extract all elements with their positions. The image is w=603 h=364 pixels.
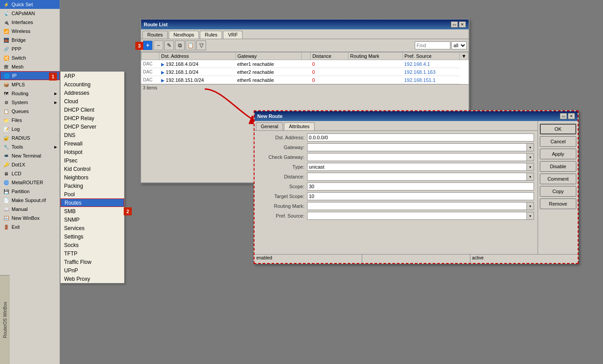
- sidebar-item-wireless[interactable]: 📶 Wireless: [0, 27, 60, 36]
- ip-submenu-pool[interactable]: Pool: [61, 190, 124, 198]
- ip-submenu-upnp[interactable]: UPnP: [61, 266, 124, 275]
- route-list-close-btn[interactable]: ✕: [459, 21, 466, 28]
- table-row[interactable]: DAC ▶ 192.168.4.0/24 ether1 reachable 0 …: [142, 60, 469, 68]
- ip-submenu-snmp[interactable]: SNMP: [61, 215, 124, 224]
- col-flag[interactable]: [301, 53, 310, 60]
- col-pref[interactable]: Pref. Source: [402, 53, 459, 60]
- search-filter-dropdown[interactable]: all: [451, 41, 467, 49]
- sidebar-item-bridge[interactable]: 🌉 Bridge: [0, 36, 60, 44]
- ip-submenu-dhcprelay[interactable]: DHCP Relay: [61, 114, 124, 122]
- routing-mark-dropdown-btn[interactable]: ▼: [526, 202, 534, 210]
- sidebar-item-queues[interactable]: 📋 Queues: [0, 107, 60, 116]
- sidebar-item-system[interactable]: ⚙ System ▶: [0, 98, 60, 107]
- ip-submenu-accounting[interactable]: Accounting: [61, 80, 124, 89]
- paste-route-btn[interactable]: 📋: [186, 40, 195, 50]
- sidebar-item-interfaces[interactable]: 🔌 Interfaces: [0, 18, 60, 27]
- input-dst-address[interactable]: [307, 133, 534, 142]
- input-distance[interactable]: [308, 173, 526, 180]
- col-gateway[interactable]: Gateway: [235, 53, 301, 60]
- table-row[interactable]: DAC ▶ 192.168.1.0/24 ether2 reachable 0 …: [142, 68, 469, 76]
- input-check-gateway[interactable]: [308, 154, 526, 161]
- sidebar-item-metarouter[interactable]: 🌀 MetaROUTER: [0, 178, 60, 187]
- edit-route-btn[interactable]: ✎: [164, 40, 174, 50]
- input-pref-source[interactable]: [308, 212, 526, 219]
- sidebar-item-partition[interactable]: 💾 Partition: [0, 187, 60, 196]
- tab-nexthops[interactable]: Nexthops: [169, 31, 199, 39]
- disable-button[interactable]: Disable: [540, 161, 576, 172]
- tab-attributes[interactable]: Attributes: [284, 122, 314, 130]
- sidebar-item-mesh[interactable]: 🕸 Mesh: [0, 62, 60, 71]
- cancel-button[interactable]: Cancel: [540, 136, 576, 147]
- col-distance[interactable]: Distance: [310, 53, 348, 60]
- remove-button[interactable]: Remove: [540, 198, 576, 209]
- pref-source-dropdown-btn[interactable]: ▼: [526, 212, 534, 219]
- route-list-restore-btn[interactable]: ▭: [451, 21, 458, 28]
- ip-submenu-webproxy[interactable]: Web Proxy: [61, 275, 124, 283]
- ip-submenu-addresses[interactable]: Addresses: [61, 89, 124, 97]
- remove-route-btn[interactable]: −: [154, 40, 163, 50]
- ip-submenu-dhcpserver[interactable]: DHCP Server: [61, 122, 124, 131]
- check-gateway-dropdown-btn[interactable]: ▼: [526, 154, 534, 161]
- sidebar-item-exit[interactable]: 🚪 Exit: [0, 222, 60, 231]
- input-target-scope[interactable]: [307, 192, 534, 200]
- distance-dropdown-btn[interactable]: ▼: [526, 173, 534, 180]
- ip-submenu-dhcpclient[interactable]: DHCP Client: [61, 105, 124, 114]
- input-type[interactable]: [308, 163, 526, 170]
- gateway-dropdown-btn[interactable]: ▼: [526, 144, 534, 151]
- tab-routes[interactable]: Routes: [142, 31, 168, 39]
- ip-submenu-settings[interactable]: Settings: [61, 232, 124, 241]
- search-input[interactable]: [415, 41, 450, 49]
- sidebar-item-radius[interactable]: 🔐 RADIUS: [0, 133, 60, 142]
- ip-submenu-socks[interactable]: Socks: [61, 241, 124, 249]
- copy-button[interactable]: Copy: [540, 186, 576, 197]
- sidebar-item-routing[interactable]: 🗺 Routing ▶: [0, 89, 60, 98]
- col-dst[interactable]: Dst. Address: [159, 53, 236, 60]
- sidebar-item-dot1x[interactable]: 🔑 Dot1X: [0, 160, 60, 169]
- sidebar-item-switch[interactable]: 🔀 Switch: [0, 53, 60, 62]
- add-route-btn[interactable]: +: [143, 40, 153, 50]
- sidebar-item-log[interactable]: 📝 Log: [0, 125, 60, 133]
- table-row[interactable]: DAC ▶ 192.168.151.0/24 ether6 reachable …: [142, 76, 469, 84]
- sidebar-item-tools[interactable]: 🔧 Tools ▶: [0, 142, 60, 151]
- input-routing-mark[interactable]: [308, 202, 526, 210]
- tab-vrf[interactable]: VRF: [223, 31, 243, 39]
- input-gateway[interactable]: [308, 144, 526, 151]
- ip-submenu-ipsec[interactable]: IPsec: [61, 156, 124, 165]
- col-filter[interactable]: ▼: [460, 53, 469, 60]
- new-route-restore-btn[interactable]: ▭: [560, 113, 567, 119]
- sidebar-item-manual[interactable]: 📖 Manual: [0, 205, 60, 214]
- ip-submenu-services[interactable]: Services: [61, 224, 124, 232]
- input-scope[interactable]: [307, 182, 534, 190]
- tab-general[interactable]: General: [256, 122, 283, 130]
- type-dropdown-btn[interactable]: ▼: [526, 163, 534, 170]
- ip-submenu-trafficflow[interactable]: Traffic Flow: [61, 258, 124, 266]
- sidebar-item-capsman[interactable]: 📡 CAPsMAN: [0, 9, 60, 18]
- ip-submenu-smb[interactable]: SMB: [61, 207, 124, 215]
- ip-submenu-neighbors[interactable]: Neighbors: [61, 173, 124, 182]
- ip-submenu-routes[interactable]: Routes: [61, 198, 124, 207]
- col-mark[interactable]: Routing Mark: [348, 53, 402, 60]
- ip-submenu-kidcontrol[interactable]: Kid Control: [61, 165, 124, 173]
- sidebar-item-terminal[interactable]: 💻 New Terminal: [0, 151, 60, 160]
- sidebar-item-quickset[interactable]: ⚡ Quick Set: [0, 0, 60, 9]
- ip-submenu-hotspot[interactable]: Hotspot: [61, 148, 124, 156]
- sidebar-item-supout[interactable]: 📄 Make Supout.rif: [0, 196, 60, 205]
- new-route-close-btn[interactable]: ✕: [568, 113, 575, 119]
- ok-button[interactable]: OK: [540, 124, 576, 134]
- ip-submenu-packing[interactable]: Packing: [61, 182, 124, 190]
- apply-button[interactable]: Apply: [540, 149, 576, 159]
- sidebar-item-mpls[interactable]: 📦 MPLS: [0, 80, 60, 89]
- ip-submenu-firewall[interactable]: Firewall: [61, 139, 124, 148]
- filter-route-btn[interactable]: ▽: [196, 40, 206, 50]
- sidebar-item-lcd[interactable]: 🖥 LCD: [0, 169, 60, 178]
- col-type[interactable]: [142, 53, 159, 60]
- sidebar-item-newwinbox[interactable]: 🪟 New WinBox: [0, 214, 60, 222]
- ip-submenu-cloud[interactable]: Cloud: [61, 97, 124, 105]
- tab-rules[interactable]: Rules: [200, 31, 222, 39]
- ip-submenu-tftp[interactable]: TFTP: [61, 249, 124, 258]
- ip-submenu-dns[interactable]: DNS: [61, 131, 124, 139]
- sidebar-item-files[interactable]: 📁 Files: [0, 116, 60, 125]
- ip-submenu-arp[interactable]: ARP: [61, 72, 124, 80]
- sidebar-item-ppp[interactable]: 🔗 PPP: [0, 44, 60, 53]
- copy-route-btn[interactable]: ⧉: [175, 40, 185, 50]
